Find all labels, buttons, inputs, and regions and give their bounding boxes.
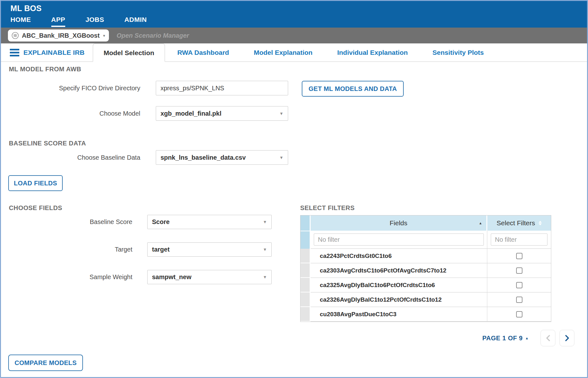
- col-header-select-filters-label: Select Filters: [496, 219, 535, 227]
- chevron-right-icon: [565, 335, 570, 342]
- filters-table: Fields ▲ Select Filters ca2243PctCrdtsGt…: [300, 215, 551, 322]
- model-select-value: xgb_model_final.pkl: [161, 110, 221, 117]
- col-header-fields-label: Fields: [389, 219, 407, 227]
- scenario-bar: ABC_Bank_IRB_XGBoost ▾ Open Scenario Man…: [1, 28, 587, 43]
- table-row-select: [487, 249, 551, 263]
- tab-model-explanation[interactable]: Model Explanation: [241, 43, 325, 61]
- section-title-choose-fields: CHOOSE FIELDS: [9, 204, 62, 212]
- nav-jobs[interactable]: JOBS: [85, 16, 104, 27]
- table-row-field[interactable]: ca2243PctCrdtsGt0C1to6: [311, 249, 487, 263]
- table-gutter-header: [300, 215, 311, 231]
- pagination: PAGE 1 OF 9 ▲: [482, 330, 574, 346]
- directory-input[interactable]: [156, 81, 288, 95]
- choose-model-label: Choose Model: [1, 110, 140, 117]
- sample-weight-select-value: sampwt_new: [152, 273, 191, 281]
- row-gutter: [300, 292, 311, 307]
- sample-weight-select[interactable]: sampwt_new ▼: [147, 270, 272, 284]
- directory-label: Specify FICO Drive Directory: [1, 85, 140, 92]
- target-label: Target: [1, 246, 132, 253]
- table-row-select: [487, 263, 551, 278]
- app-window: ML BOS HOME APP JOBS ADMIN ABC_Bank_IRB_…: [0, 0, 588, 378]
- table-row-field[interactable]: cu2038AvgPastDueC1toC3: [311, 307, 487, 322]
- tab-sensitivity-plots[interactable]: Sensitivity Plots: [420, 43, 496, 61]
- fields-filter-input[interactable]: [314, 234, 484, 246]
- prev-page-button[interactable]: [541, 330, 555, 346]
- table-row-select: [487, 307, 551, 322]
- sample-weight-row: Sample Weight sampwt_new ▼: [1, 270, 272, 284]
- table-row-field[interactable]: ca2326AvgDlyBalC1to12PctOfCrdtsC1to12: [311, 292, 487, 307]
- col-header-select-filters[interactable]: Select Filters: [487, 215, 551, 231]
- sort-both-icon[interactable]: [539, 221, 542, 225]
- main-content: ML MODEL FROM AWB Specify FICO Drive Dir…: [1, 62, 587, 377]
- filter-checkbox[interactable]: [516, 282, 522, 288]
- tab-individual-explanation[interactable]: Individual Explanation: [325, 43, 420, 61]
- table-row-select: [487, 278, 551, 292]
- tab-model-selection[interactable]: Model Selection: [93, 43, 165, 62]
- table-row-select: [487, 292, 551, 307]
- caret-up-icon: ▲: [525, 336, 529, 340]
- chevron-down-icon: ▼: [263, 247, 267, 252]
- section-title-select-filters: SELECT FILTERS: [300, 204, 355, 212]
- primary-nav: HOME APP JOBS ADMIN: [10, 16, 587, 27]
- row-gutter: [300, 249, 311, 263]
- fields-filter-cell: [311, 231, 487, 249]
- scenario-icon: [11, 32, 19, 39]
- filter-checkbox[interactable]: [516, 253, 522, 259]
- row-gutter: [300, 307, 311, 322]
- section-title-baseline: BASELINE SCORE DATA: [9, 140, 86, 147]
- chevron-down-icon: ▼: [263, 275, 267, 279]
- model-row: Choose Model xgb_model_final.pkl ▼: [1, 106, 288, 121]
- sample-weight-label: Sample Weight: [1, 273, 132, 281]
- filter-checkbox[interactable]: [516, 267, 522, 274]
- chevron-down-icon: ▼: [279, 111, 283, 116]
- nav-home[interactable]: HOME: [10, 16, 31, 27]
- scenario-name: ABC_Bank_IRB_XGBoost: [22, 32, 100, 39]
- tab-bar: EXPLAINABLE IRB Model Selection RWA Dash…: [1, 43, 587, 62]
- get-ml-models-button[interactable]: GET ML MODELS AND DATA: [302, 81, 404, 97]
- chevron-down-icon: ▼: [263, 220, 267, 224]
- menu-icon: [10, 49, 19, 56]
- chevron-left-icon: [546, 335, 551, 342]
- col-header-fields[interactable]: Fields ▲: [311, 215, 487, 231]
- baseline-data-select[interactable]: spnk_lns_baseline_data.csv ▼: [156, 150, 288, 165]
- row-gutter: [300, 263, 311, 278]
- top-navbar: ML BOS HOME APP JOBS ADMIN: [1, 1, 587, 28]
- page-indicator: PAGE 1 OF 9: [482, 335, 522, 342]
- scenario-selector[interactable]: ABC_Bank_IRB_XGBoost ▾: [8, 29, 109, 42]
- select-filters-filter-cell: [487, 231, 551, 249]
- baseline-score-select[interactable]: Score ▼: [147, 215, 272, 229]
- baseline-data-select-value: spnk_lns_baseline_data.csv: [161, 154, 246, 161]
- section-title-ml-model: ML MODEL FROM AWB: [9, 66, 81, 73]
- chevron-down-icon: ▾: [103, 33, 105, 38]
- open-scenario-manager[interactable]: Open Scenario Manager: [117, 32, 189, 39]
- model-select[interactable]: xgb_model_final.pkl ▼: [156, 106, 288, 121]
- table-row-field[interactable]: ca2325AvgDlyBalC1to6PctOfCrdtsC1to6: [311, 278, 487, 292]
- baseline-data-row: Choose Baseline Data spnk_lns_baseline_d…: [1, 150, 288, 165]
- directory-row: Specify FICO Drive Directory: [1, 81, 288, 95]
- filter-checkbox[interactable]: [516, 297, 522, 303]
- app-menu[interactable]: EXPLAINABLE IRB: [10, 43, 85, 61]
- app-title-label: EXPLAINABLE IRB: [23, 49, 85, 56]
- nav-admin[interactable]: ADMIN: [124, 16, 147, 27]
- chevron-down-icon: ▼: [279, 155, 283, 160]
- baseline-score-row: Baseline Score Score ▼: [1, 215, 272, 229]
- tab-rwa-dashboard[interactable]: RWA Dashboard: [165, 43, 241, 61]
- sort-asc-icon[interactable]: ▲: [479, 221, 482, 225]
- target-select[interactable]: target ▼: [147, 242, 272, 257]
- row-gutter: [300, 278, 311, 292]
- load-fields-button[interactable]: LOAD FIELDS: [8, 175, 63, 191]
- baseline-data-label: Choose Baseline Data: [1, 154, 140, 161]
- filter-checkbox[interactable]: [516, 311, 522, 317]
- target-select-value: target: [152, 246, 170, 253]
- table-gutter-filter: [300, 231, 311, 249]
- compare-models-button[interactable]: COMPARE MODELS: [8, 355, 83, 371]
- select-filters-filter-input[interactable]: [491, 234, 547, 246]
- baseline-score-select-value: Score: [152, 218, 170, 226]
- app-brand: ML BOS: [10, 4, 587, 13]
- table-row-field[interactable]: ca2303AvgCrdtsC1to6PctOfAvgCrdtsC7to12: [311, 263, 487, 278]
- pagination-label[interactable]: PAGE 1 OF 9 ▲: [482, 335, 529, 342]
- next-page-button[interactable]: [560, 330, 574, 346]
- nav-app[interactable]: APP: [51, 16, 65, 27]
- target-row: Target target ▼: [1, 242, 272, 257]
- baseline-score-label: Baseline Score: [1, 218, 132, 226]
